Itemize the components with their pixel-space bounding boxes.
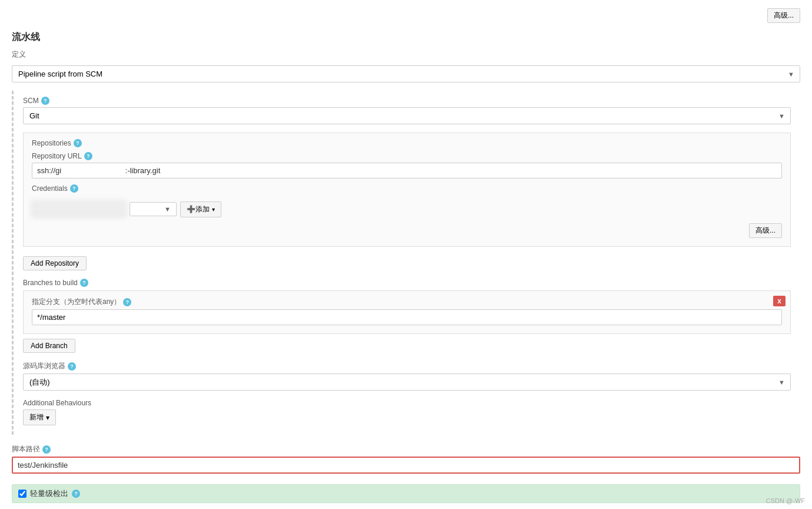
lightweight-help-icon[interactable]: ? [72, 490, 80, 498]
pipeline-title: 流水线 [0, 28, 812, 47]
scm-section: SCM ? Git ▼ Repositories ? Repository UR… [12, 91, 800, 435]
repositories-help-icon[interactable]: ? [74, 139, 82, 147]
lightweight-label: 轻量级检出 [30, 488, 68, 499]
credentials-add-label: ➕添加 [187, 204, 210, 214]
definition-select-wrapper: Pipeline script from SCM ▼ [12, 65, 800, 82]
watermark: CSDN @-WF [766, 497, 805, 504]
credentials-add-arrow: ▾ [212, 206, 215, 213]
additional-behaviours-add-arrow: ▾ [46, 414, 49, 422]
repo-url-label-row: Repository URL ? [32, 152, 782, 160]
credentials-add-button[interactable]: ➕添加 ▾ [180, 201, 221, 217]
credentials-select[interactable] [130, 202, 177, 216]
repo-url-label: Repository URL [32, 152, 82, 160]
additional-behaviours-add-label: 新增 [29, 412, 44, 422]
branch-block: x 指定分支（为空时代表any） ? [23, 290, 791, 334]
repo-url-block: Repository URL ? [32, 152, 782, 179]
source-browser-select[interactable]: (自动) [23, 374, 791, 391]
repositories-label-row: Repositories ? [32, 139, 782, 147]
script-path-input[interactable] [12, 457, 800, 474]
script-path-label: 脚本路径 [12, 444, 40, 454]
branch-specifier-input[interactable] [32, 309, 782, 325]
scm-label: SCM [23, 97, 39, 105]
source-browser-help-icon[interactable]: ? [68, 362, 76, 371]
credentials-label-row: Credentials ? [32, 184, 79, 193]
scm-select[interactable]: Git [23, 107, 791, 124]
credentials-help-icon[interactable]: ? [70, 184, 78, 193]
repo-url-input[interactable] [32, 163, 782, 179]
additional-behaviours-label: Additional Behaviours [23, 399, 791, 407]
branches-help-icon[interactable]: ? [80, 279, 88, 287]
source-browser-label: 源码库浏览器 [23, 361, 65, 371]
lightweight-checkbox[interactable] [18, 490, 26, 498]
repositories-block: Repositories ? Repository URL ? Credenti… [23, 133, 791, 247]
credentials-label: Credentials [32, 184, 68, 193]
definition-select[interactable]: Pipeline script from SCM [12, 65, 800, 82]
script-path-section: 脚本路径 ? [0, 444, 812, 474]
script-path-help-icon[interactable]: ? [42, 445, 51, 454]
additional-behaviours-add-button[interactable]: 新增 ▾ [23, 409, 56, 425]
credentials-select-wrapper: ▼ [130, 202, 177, 216]
branches-section: Branches to build ? x 指定分支（为空时代表any） ? A… [23, 279, 791, 353]
scm-help-icon[interactable]: ? [41, 97, 49, 105]
repo-advanced-button[interactable]: 高级... [749, 223, 782, 238]
add-repository-button[interactable]: Add Repository [23, 256, 87, 270]
page-container: 高级... 流水线 定义 Pipeline script from SCM ▼ … [0, 0, 812, 509]
top-advanced-button[interactable]: 高级... [767, 8, 800, 23]
repo-advanced-row: 高级... [32, 223, 782, 238]
additional-behaviours-section: Additional Behaviours 新增 ▾ [23, 399, 791, 425]
top-bar: 高级... [0, 6, 812, 28]
source-browser-select-wrapper: (自动) ▼ [23, 374, 791, 391]
lightweight-row: 轻量级检出 ? [12, 484, 800, 503]
branches-label-row: Branches to build ? [23, 279, 791, 287]
definition-label: 定义 [0, 47, 812, 63]
repositories-label: Repositories [32, 139, 71, 147]
branch-specifier-label-row: 指定分支（为空时代表any） ? [32, 297, 782, 307]
scm-label-row: SCM ? [23, 97, 791, 105]
branch-specifier-label: 指定分支（为空时代表any） [32, 297, 121, 307]
credentials-controls: ▼ ➕添加 ▾ [32, 201, 782, 217]
source-browser-section: 源码库浏览器 ? (自动) ▼ [23, 361, 791, 391]
scm-select-wrapper: Git ▼ [23, 107, 791, 124]
credentials-row: Credentials ? [32, 184, 782, 195]
repo-url-help-icon[interactable]: ? [84, 152, 92, 160]
script-path-label-row: 脚本路径 ? [12, 444, 800, 454]
source-browser-label-row: 源码库浏览器 ? [23, 361, 791, 371]
branch-specifier-help-icon[interactable]: ? [123, 298, 131, 306]
add-branch-button[interactable]: Add Branch [23, 339, 75, 353]
credentials-blurred [32, 201, 126, 217]
lightweight-section: 轻量级检出 ? [0, 474, 812, 503]
branches-label: Branches to build [23, 279, 78, 287]
branch-delete-button[interactable]: x [773, 296, 786, 306]
